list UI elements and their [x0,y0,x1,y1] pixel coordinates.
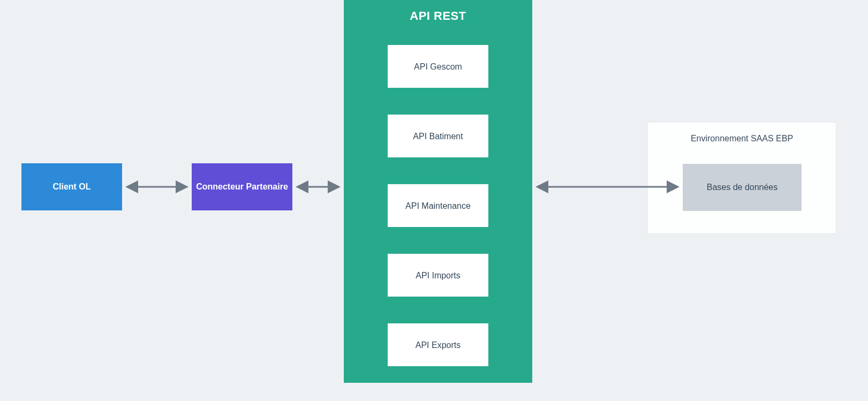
node-connecteur-partenaire: Connecteur Partenaire [192,163,292,210]
node-database-label: Bases de données [707,181,778,193]
api-item-batiment: API Batiment [388,115,488,157]
node-client-ol-label: Client OL [52,181,90,193]
api-item-label: API Maintenance [405,200,471,212]
node-database: Bases de données [683,164,802,211]
api-item-imports: API Imports [388,254,488,297]
api-item-label: API Imports [416,270,461,282]
api-item-exports: API Exports [388,323,488,366]
node-connecteur-label: Connecteur Partenaire [196,181,288,193]
saas-title: Environnement SAAS EBP [647,134,836,143]
api-item-gescom: API Gescom [388,45,488,88]
api-item-label: API Batiment [413,131,463,142]
node-api-rest-container: API REST API Gescom API Batiment API Mai… [344,0,532,383]
api-item-label: API Gescom [414,61,462,73]
node-client-ol: Client OL [21,163,122,210]
api-item-maintenance: API Maintenance [388,184,488,227]
diagram-canvas: Client OL Connecteur Partenaire API REST… [0,0,868,401]
api-rest-title: API REST [410,8,466,24]
api-item-label: API Exports [416,339,461,351]
